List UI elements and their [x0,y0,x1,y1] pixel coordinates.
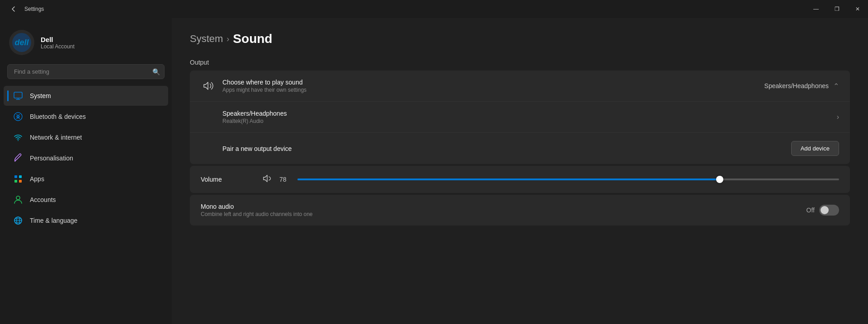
breadcrumb-current: Sound [233,32,272,46]
breadcrumb-separator: › [226,34,229,44]
mono-audio-toggle-label: Off [807,207,815,214]
volume-icon [262,174,272,186]
sidebar-profile: dell Dell Local Account [0,23,172,64]
svg-rect-2 [14,92,22,98]
breadcrumb: System › Sound [190,32,850,46]
search-box: 🔍 [7,64,165,79]
choose-output-value: Speakers/Headphones ⌃ [764,82,839,90]
svg-rect-9 [14,180,17,183]
speakers-row[interactable]: Speakers/Headphones Realtek(R) Audio › [190,102,850,133]
mono-audio-right: Off [807,205,839,216]
wifi-icon [13,132,24,143]
brush-icon [13,153,24,164]
sidebar-item-bluetooth[interactable]: Bluetooth & devices [4,107,168,127]
sidebar-item-personalisation-label: Personalisation [30,155,73,162]
svg-rect-7 [14,175,17,178]
mono-audio-subtitle: Combine left and right audio channels in… [201,211,799,217]
svg-text:dell: dell [14,38,29,47]
pair-device-text: Pair a new output device [222,145,784,152]
pair-device-title: Pair a new output device [222,145,784,152]
main-layout: dell Dell Local Account 🔍 System Blue [0,18,868,324]
grid-icon [13,174,24,184]
slider-fill [297,178,720,180]
pair-device-right: Add device [791,141,839,156]
person-icon [13,194,24,205]
sidebar-item-personalisation[interactable]: Personalisation [4,148,168,168]
slider-track [297,178,839,180]
titlebar: Settings — ❐ ✕ [0,0,868,18]
sidebar-item-apps-label: Apps [30,175,44,183]
slider-thumb[interactable] [716,176,723,183]
speakers-subtitle: Realtek(R) Audio [222,118,830,124]
sidebar-item-time-label: Time & language [30,217,77,224]
chevron-right-icon: › [837,113,839,121]
output-section-label: Output [190,59,850,66]
mono-audio-text: Mono audio Combine left and right audio … [201,203,799,217]
sidebar-item-apps[interactable]: Apps [4,169,168,189]
active-indicator [7,90,9,101]
svg-point-5 [14,113,22,121]
content-area: System › Sound Output Choose where to pl… [172,18,868,324]
volume-row: Volume 78 [190,166,850,193]
search-icon: 🔍 [152,68,160,75]
volume-label: Volume [201,176,255,183]
add-device-button[interactable]: Add device [791,141,839,156]
speakers-text: Speakers/Headphones Realtek(R) Audio [222,110,830,124]
sidebar-item-system[interactable]: System [4,86,168,106]
choose-output-title: Choose where to play sound [222,79,757,86]
output-card: Choose where to play sound Apps might ha… [190,70,850,164]
volume-slider[interactable] [297,175,839,184]
profile-name: Dell [41,36,75,43]
speakers-right: › [837,113,839,121]
mono-audio-toggle[interactable] [819,205,839,216]
choose-output-text: Choose where to play sound Apps might ha… [222,79,757,93]
mono-audio-row: Mono audio Combine left and right audio … [190,195,850,225]
volume-value: 78 [279,176,287,183]
breadcrumb-parent[interactable]: System [190,33,223,45]
bluetooth-icon [13,111,24,122]
choose-output-row[interactable]: Choose where to play sound Apps might ha… [190,70,850,102]
sidebar-item-accounts[interactable]: Accounts [4,190,168,210]
avatar: dell [9,30,34,55]
mono-audio-title: Mono audio [201,203,799,210]
svg-point-11 [16,196,20,200]
choose-output-current: Speakers/Headphones [764,82,829,89]
svg-rect-8 [19,175,22,178]
pair-device-row: Pair a new output device Add device [190,133,850,164]
choose-output-subtitle: Apps might have their own settings [222,87,757,93]
globe-icon [13,215,24,226]
titlebar-controls: — ❐ ✕ [806,0,868,18]
profile-role: Local Account [41,43,75,50]
monitor-icon [13,90,24,101]
sidebar: dell Dell Local Account 🔍 System Blue [0,18,172,324]
titlebar-title: Settings [24,6,44,12]
svg-point-6 [18,140,19,141]
sidebar-item-network-label: Network & internet [30,134,82,141]
speaker-icon [201,79,215,93]
svg-rect-10 [19,180,22,183]
sidebar-item-accounts-label: Accounts [30,196,56,203]
chevron-up-icon: ⌃ [833,82,839,90]
sidebar-item-network[interactable]: Network & internet [4,127,168,147]
toggle-knob [821,206,829,214]
maximize-button[interactable]: ❐ [826,0,847,18]
search-input[interactable] [7,64,165,79]
close-button[interactable]: ✕ [847,0,868,18]
mono-audio-card: Mono audio Combine left and right audio … [190,195,850,225]
sidebar-item-time[interactable]: Time & language [4,211,168,230]
speakers-title: Speakers/Headphones [222,110,830,117]
sidebar-item-system-label: System [30,92,51,99]
back-button[interactable] [6,2,21,16]
sidebar-item-bluetooth-label: Bluetooth & devices [30,113,86,120]
profile-info: Dell Local Account [41,36,75,50]
minimize-button[interactable]: — [806,0,826,18]
